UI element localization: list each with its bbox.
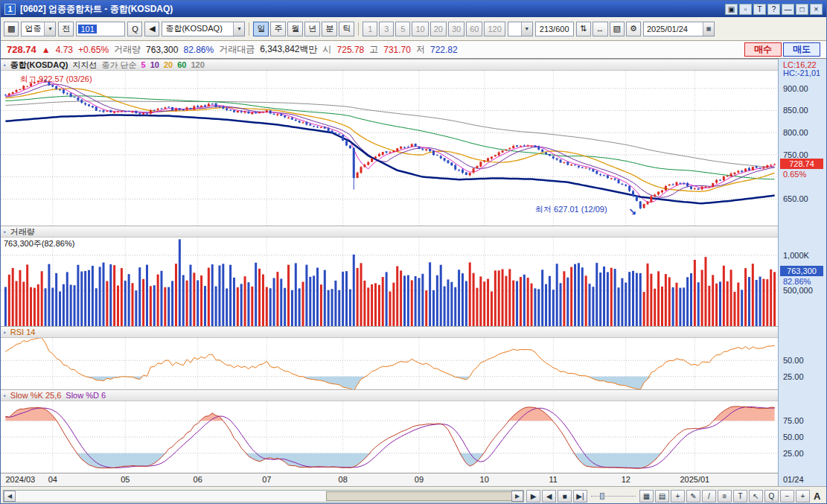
volume-percent: 82.86%	[183, 45, 214, 55]
speed-slider[interactable]	[590, 490, 637, 503]
sector-select[interactable]: 업종 ▼	[21, 22, 56, 36]
pane-icon: ▪	[4, 62, 6, 68]
stoch-plot[interactable]	[1, 401, 779, 473]
month-label: 2025/01	[680, 475, 709, 484]
settings-icon[interactable]: ⚙	[626, 22, 641, 36]
chevron-down-icon: ▼	[44, 22, 55, 36]
volume-value: 763,300	[146, 45, 178, 55]
draw-icon[interactable]: ✎	[686, 490, 700, 503]
pin-icon[interactable]: ▫	[739, 4, 752, 15]
search-icon[interactable]: Q	[127, 22, 142, 36]
pointer-icon[interactable]: ↖	[749, 490, 763, 503]
rsi-pane-header: ▪ RSI 14	[1, 326, 779, 338]
grid-icon[interactable]: ▦	[639, 490, 654, 503]
hc-readout: HC:-21,01	[783, 68, 820, 77]
zoom-in-icon[interactable]: +	[796, 490, 810, 503]
scroll-left-icon[interactable]: ◀	[4, 491, 16, 502]
font-size-button[interactable]: A	[814, 491, 820, 502]
month-label: 04	[48, 475, 57, 484]
stoch-tick: 50.00	[783, 433, 804, 441]
chart-area[interactable]: ▪ 종합(KOSDAQ) 지지선 종가 단순 5102060120 최고 922…	[1, 59, 779, 473]
period-button-2[interactable]: 월	[287, 22, 303, 36]
low-label: 저	[416, 43, 425, 56]
text-tool-icon[interactable]: T	[733, 490, 747, 503]
ma-10-legend: 10	[150, 60, 159, 69]
zoom-icon[interactable]: Q	[764, 490, 779, 503]
current-price-tag: 728.74	[780, 159, 823, 169]
price-plot[interactable]: 최고 922.57 (03/26)최저 627.01 (12/09)↘	[1, 71, 779, 226]
trade-value: 6,343,842백만	[260, 43, 317, 56]
month-label: 10	[480, 475, 489, 484]
scroll-right-icon[interactable]: ▶	[511, 491, 523, 502]
prev-item-icon[interactable]: ◀	[144, 22, 159, 36]
date-picker[interactable]: 2025/01/24 ▦	[643, 22, 715, 36]
maximize-button[interactable]: □	[796, 4, 808, 15]
ma-5-legend: 5	[141, 60, 146, 69]
prev-toggle-button[interactable]: 전	[58, 22, 74, 36]
rsi-pane-title: RSI 14	[10, 328, 36, 336]
date-value: 2025/01/24	[647, 25, 700, 34]
slider-handle[interactable]	[600, 493, 604, 500]
main-pane-title: 종합(KOSDAQ)	[10, 60, 68, 71]
drawing-tools: ▦▤+✎/≡T↖Q−+	[639, 490, 810, 503]
minute-button-10[interactable]: 10	[412, 22, 428, 36]
stoch-tick: 75.00	[783, 416, 804, 425]
minute-button-5[interactable]: 5	[395, 22, 410, 36]
ma-120-legend: 120	[191, 60, 204, 69]
scrollbar-thumb[interactable]	[326, 491, 513, 501]
volume-tag-percent: 82.86%	[783, 277, 811, 286]
rsi-plot[interactable]	[1, 338, 779, 389]
minute-button-120[interactable]: 120	[484, 22, 505, 36]
minute-button-1[interactable]: 1	[363, 22, 377, 36]
minute-button-60[interactable]: 60	[466, 22, 482, 36]
updown-icon[interactable]: ⇅	[576, 22, 591, 36]
current-volume-tag: 763,300	[780, 266, 823, 276]
period-button-3[interactable]: 년	[304, 22, 320, 36]
titlebar[interactable]: 1 [0602] 업종종합차트 - 종합(KOSDAQ) ▣ ▫ T ? ― □…	[1, 1, 826, 17]
period-button-1[interactable]: 주	[270, 22, 286, 36]
forward-icon[interactable]: ▶|	[573, 490, 587, 503]
price-tick: 850.00	[783, 106, 808, 115]
main-toolbar: ▩ 업종 ▼ 전 101 Q ◀ 종합(KOSDAQ) ▼ 일주월년분틱 135…	[1, 17, 826, 41]
rewind-icon[interactable]: ◀	[542, 490, 556, 503]
last-date-label: 01/24	[783, 475, 804, 484]
volume-current-text: 763,300주(82.86%)	[4, 238, 74, 249]
zoom-out-icon[interactable]: −	[780, 490, 794, 503]
extra-select[interactable]: ▼	[508, 22, 533, 36]
pattern-icon[interactable]: ▧	[610, 22, 625, 36]
buy-button[interactable]: 매수	[744, 42, 782, 57]
minute-button-20[interactable]: 20	[430, 22, 447, 36]
month-label: 09	[415, 475, 424, 484]
period-button-5[interactable]: 틱	[339, 22, 354, 36]
minute-button-3[interactable]: 3	[379, 22, 394, 36]
change-percent: +0.65%	[78, 45, 109, 55]
code-input[interactable]: 101	[76, 22, 125, 36]
rsi-tick: 50.00	[783, 356, 804, 365]
fib-icon[interactable]: ≡	[718, 490, 732, 503]
close-button[interactable]: ×	[810, 4, 823, 15]
layout-icon[interactable]: ▣	[725, 4, 738, 15]
volume-plot[interactable]: 763,300주(82.86%)	[1, 237, 779, 326]
compare-icon[interactable]: ↔	[593, 22, 608, 36]
pane-icon: ▪	[4, 392, 6, 399]
minimize-button[interactable]: ―	[782, 4, 794, 15]
period-button-0[interactable]: 일	[253, 22, 269, 36]
split-icon[interactable]: ▤	[655, 490, 669, 503]
market-select[interactable]: 종합(KOSDAQ) ▼	[162, 22, 245, 36]
font-icon[interactable]: T	[753, 4, 766, 15]
chart-type-icon[interactable]: ▩	[4, 22, 19, 36]
stoch-tick: 25.00	[783, 449, 804, 458]
month-label: 12	[622, 475, 630, 484]
play-icon[interactable]: ▶	[526, 490, 540, 503]
minute-button-30[interactable]: 30	[448, 22, 464, 36]
minute-button-group: 13510203060120	[363, 22, 505, 36]
chart-scrollbar[interactable]: ◀ ▶	[3, 490, 524, 503]
high-price: 731.70	[383, 45, 411, 55]
sell-button[interactable]: 매도	[783, 42, 820, 57]
stop-icon[interactable]: ■	[558, 490, 572, 503]
volume-tick: 1,000K	[783, 251, 809, 260]
crosshair-icon[interactable]: +	[671, 490, 685, 503]
help-icon[interactable]: ?	[767, 4, 780, 15]
trendline-icon[interactable]: /	[702, 490, 716, 503]
period-button-4[interactable]: 분	[322, 22, 337, 36]
